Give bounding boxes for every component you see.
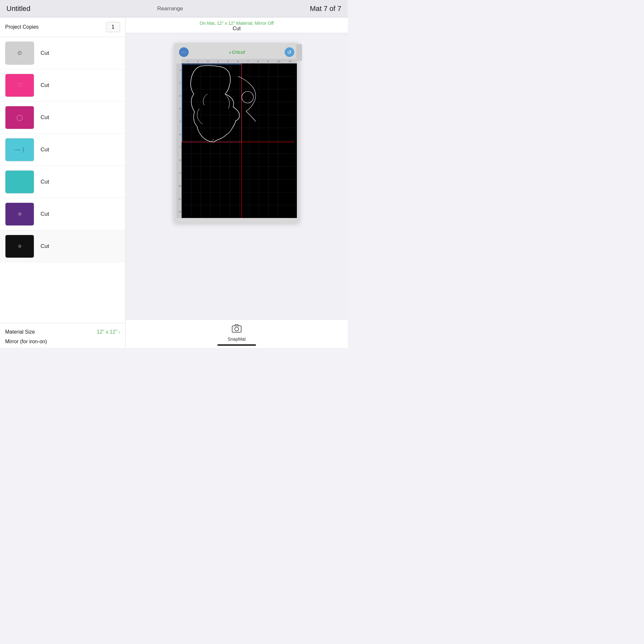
mat-item-label: Cut [41, 211, 49, 217]
mat-thumbnail [5, 170, 34, 194]
character-outline [191, 65, 239, 142]
material-size-value[interactable]: 12" x 12" › [97, 329, 120, 335]
project-copies-label: Project Copies [5, 24, 39, 30]
mat-thumbnail-inner: — ) [5, 138, 34, 161]
mat-thumbnail-inner: ⚙ [5, 42, 34, 64]
mat-thumbnail-inner: ♡ [5, 74, 34, 97]
thumbnail-icon: — ) [15, 146, 24, 153]
cricut-mat-header: ··· Cricut ↺ [176, 46, 297, 59]
mat-info-line1: On Mat, 12" x 12" Material, Mirror Off [126, 21, 348, 26]
mat-refresh-controls: ↺ [285, 47, 294, 57]
list-item[interactable]: ⚙ Cut [0, 37, 125, 69]
mat-list: ⚙ Cut ♡ Cut ◯ [0, 37, 125, 323]
mat-item-label: Cut [41, 179, 49, 185]
chevron-right-icon: › [118, 329, 120, 335]
mat-info: Mat 7 of 7 [310, 5, 341, 13]
mat-thumbnail-inner: ✿ [5, 235, 34, 258]
thumbnail-icon: ⚙ [17, 50, 22, 57]
list-item[interactable]: Cut [0, 166, 125, 198]
mat-thumbnail-inner: ◯ [5, 106, 34, 129]
material-size-text: 12" x 12" [97, 329, 117, 335]
list-item[interactable]: ✿ Cut [0, 230, 125, 262]
list-item[interactable]: ✿ Cut [0, 198, 125, 230]
thumbnail-icon: ◯ [16, 114, 23, 121]
thumbnail-icon: ♡ [17, 82, 22, 89]
dots-icon: ··· [181, 49, 186, 55]
mat-handle [296, 44, 302, 61]
cricut-mat-container: ··· Cricut ↺ 1 2 [174, 43, 299, 223]
cricut-logo: Cricut [228, 50, 245, 55]
project-copies-input[interactable] [106, 22, 120, 32]
svg-rect-21 [182, 64, 241, 142]
sidebar-bottom: Material Size 12" x 12" › Mirror (for ir… [0, 323, 125, 348]
snapmat-label: SnapMat [228, 336, 246, 342]
mat-controls: ··· [179, 47, 189, 57]
mat-item-label: Cut [41, 243, 49, 250]
snapmat-bar[interactable]: SnapMat [126, 319, 348, 348]
material-size-label: Material Size [5, 329, 35, 335]
thumbnail-icon: ✿ [18, 212, 22, 216]
mat-info-line2: Cut [126, 26, 348, 32]
list-item[interactable]: ♡ Cut [0, 69, 125, 101]
list-item[interactable]: ◯ Cut [0, 101, 125, 134]
svg-point-26 [235, 327, 239, 331]
list-item[interactable]: — ) Cut [0, 134, 125, 166]
sidebar: Project Copies ⚙ Cut ♡ [0, 17, 126, 348]
mat-info-bar: On Mat, 12" x 12" Material, Mirror Off C… [126, 17, 348, 33]
mat-thumbnail: ✿ [5, 203, 34, 226]
mat-preview-area[interactable]: ··· Cricut ↺ 1 2 [126, 33, 348, 319]
camera-icon [232, 323, 242, 334]
thumbnail-icon: ✿ [18, 244, 22, 249]
mat-dots-button[interactable]: ··· [179, 47, 189, 57]
refresh-icon: ↺ [287, 49, 291, 55]
mat-refresh-button[interactable]: ↺ [285, 47, 294, 57]
snapmat-handle-bar [217, 344, 256, 346]
mat-item-label: Cut [41, 114, 49, 121]
mat-grid-area: 1 2 3 4 5 6 7 8 9 10 11 12 [176, 63, 297, 218]
mat-item-label: Cut [41, 82, 49, 89]
mat-thumbnail-inner: ✿ [5, 203, 34, 225]
project-copies-row: Project Copies [0, 17, 125, 37]
main-content: Project Copies ⚙ Cut ♡ [0, 17, 348, 348]
mat-thumbnail: — ) [5, 138, 34, 161]
mirror-label: Mirror (for iron-on) [5, 337, 120, 345]
mat-item-label: Cut [41, 50, 49, 56]
mat-thumbnail: ♡ [5, 74, 34, 97]
mat-item-label: Cut [41, 147, 49, 153]
rearrange-button[interactable]: Rearrange [157, 5, 183, 12]
mat-thumbnail: ✿ [5, 235, 34, 258]
mat-thumbnail-inner [5, 171, 34, 193]
ruler-left: 1 2 3 4 5 6 7 8 9 10 11 12 [176, 63, 182, 218]
header: Untitled Rearrange Mat 7 of 7 [0, 0, 348, 17]
ruler-top-inner: 1 2 3 4 5 6 7 8 9 10 11 [182, 60, 297, 62]
right-panel: On Mat, 12" x 12" Material, Mirror Off C… [126, 17, 348, 348]
grid-svg [182, 63, 297, 218]
mat-thumbnail: ⚙ [5, 42, 34, 65]
snapmat-icon [232, 323, 242, 336]
mat-thumbnail: ◯ [5, 106, 34, 129]
mat-grid [182, 63, 297, 218]
svg-point-24 [242, 91, 253, 103]
material-size-row: Material Size 12" x 12" › [5, 327, 120, 337]
app-title: Untitled [6, 5, 31, 13]
ruler-top: 1 2 3 4 5 6 7 8 9 10 11 [182, 59, 297, 63]
